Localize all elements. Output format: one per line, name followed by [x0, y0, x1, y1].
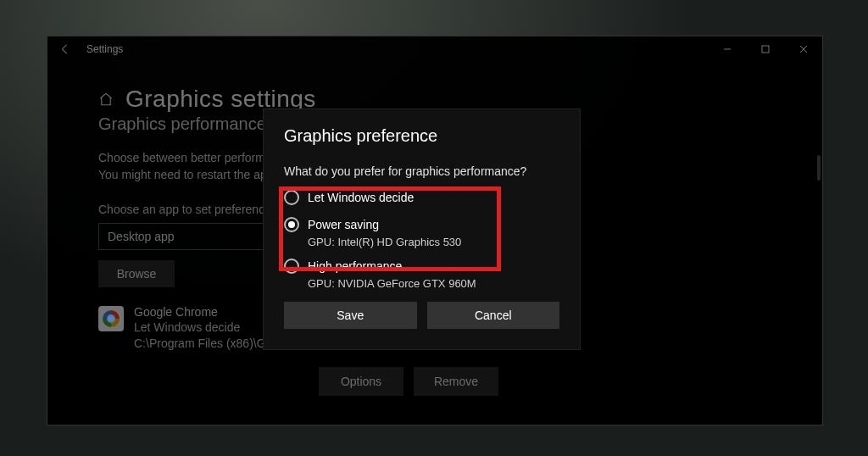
chrome-icon: [98, 306, 124, 331]
radio-label: Let Windows decide: [308, 191, 414, 204]
close-icon[interactable]: [784, 36, 822, 62]
graphics-preference-dialog: Graphics preference What do you prefer f…: [263, 108, 581, 350]
save-button[interactable]: Save: [284, 302, 417, 329]
radio-label: Power saving: [308, 218, 379, 231]
radio-sub-high-performance: GPU: NVIDIA GeForce GTX 960M: [308, 277, 559, 290]
radio-label: High performance: [308, 259, 402, 273]
maximize-icon[interactable]: [746, 36, 784, 62]
browse-button[interactable]: Browse: [98, 260, 175, 287]
back-icon[interactable]: [59, 43, 71, 55]
radio-sub-power-saving: GPU: Intel(R) HD Graphics 530: [308, 236, 559, 248]
app-type-value: Desktop app: [108, 230, 175, 243]
remove-button[interactable]: Remove: [414, 367, 498, 396]
window-title: Settings: [86, 43, 123, 55]
scrollbar[interactable]: [817, 155, 821, 181]
radio-icon: [284, 259, 299, 274]
options-button[interactable]: Options: [319, 367, 403, 396]
radio-icon: [284, 190, 299, 205]
radio-high-performance[interactable]: High performance: [284, 259, 559, 274]
dialog-title: Graphics preference: [284, 126, 559, 146]
radio-let-windows-decide[interactable]: Let Windows decide: [284, 190, 559, 205]
svg-rect-0: [762, 46, 769, 53]
minimize-icon[interactable]: [708, 36, 746, 62]
dialog-question: What do you prefer for graphics performa…: [284, 164, 559, 178]
titlebar: Settings: [47, 36, 822, 62]
radio-power-saving[interactable]: Power saving: [284, 217, 559, 232]
home-icon[interactable]: [98, 92, 114, 107]
radio-icon: [284, 217, 299, 232]
cancel-button[interactable]: Cancel: [427, 302, 560, 329]
